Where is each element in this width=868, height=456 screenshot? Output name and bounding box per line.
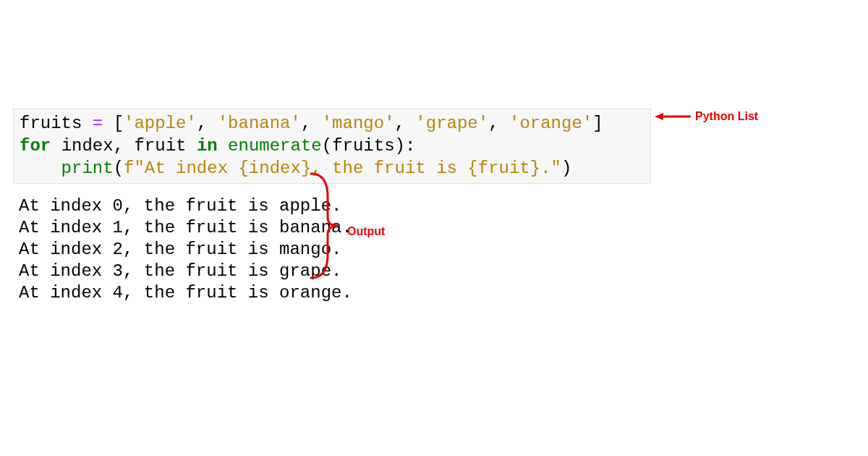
arrow-left-icon — [655, 111, 691, 122]
code-token-str: 'mango' — [322, 114, 395, 133]
code-token-indent — [20, 159, 61, 178]
code-token-punct: ( — [322, 136, 332, 156]
code-token-str: 'banana' — [218, 114, 301, 133]
code-token-sp — [51, 136, 61, 156]
output-line: At index 2, the fruit is mango. — [19, 240, 341, 259]
code-token-punct: [ — [114, 114, 124, 133]
annotation-python-list: Python List — [655, 110, 758, 123]
code-token-punct: , — [197, 114, 218, 133]
code-token-punct: , — [395, 114, 416, 133]
output-line: At index 0, the fruit is apple. — [19, 196, 341, 216]
code-token-builtin: enumerate — [228, 136, 322, 156]
output-line: At index 4, the fruit is orange. — [19, 283, 352, 303]
code-token-str: 'orange' — [509, 114, 592, 133]
code-token-interp: {fruit} — [467, 159, 540, 178]
annotation-label: Python List — [695, 110, 758, 123]
code-token-builtin: print — [61, 159, 114, 178]
code-token-str: ." — [540, 159, 561, 178]
code-token-var: fruit — [134, 136, 186, 156]
output-line: At index 1, the fruit is banana. — [19, 218, 352, 237]
code-token-op: = — [82, 114, 113, 133]
code-token-kw: for — [20, 136, 51, 156]
code-token-punct: , — [301, 114, 322, 133]
code-token-sp — [186, 136, 196, 156]
svg-marker-1 — [655, 113, 663, 120]
code-token-kw: in — [197, 136, 218, 156]
code-token-punct: ] — [592, 114, 603, 133]
code-token-punct: , — [488, 114, 509, 133]
output-block: At index 0, the fruit is apple. At index… — [13, 193, 868, 307]
brace-icon — [307, 168, 344, 284]
output-line: At index 3, the fruit is grape. — [19, 261, 341, 281]
annotation-output: Output — [347, 225, 385, 238]
code-token-f: f — [124, 159, 134, 178]
annotation-label: Output — [347, 225, 385, 238]
code-token-interp: {index} — [238, 159, 311, 178]
code-token-str: 'apple' — [124, 114, 197, 133]
code-token-str: 'grape' — [415, 114, 488, 133]
code-token-var: index — [61, 136, 114, 156]
code-token-punct: , — [114, 136, 135, 156]
code-token-punct: ): — [395, 136, 416, 156]
code-token-var: fruits — [332, 136, 394, 156]
code-token-var: fruits — [20, 114, 82, 133]
code-token-str: "At index — [134, 159, 238, 178]
code-token-punct: ( — [114, 159, 124, 178]
code-token-sp — [218, 136, 228, 156]
code-token-punct: ) — [561, 159, 571, 178]
